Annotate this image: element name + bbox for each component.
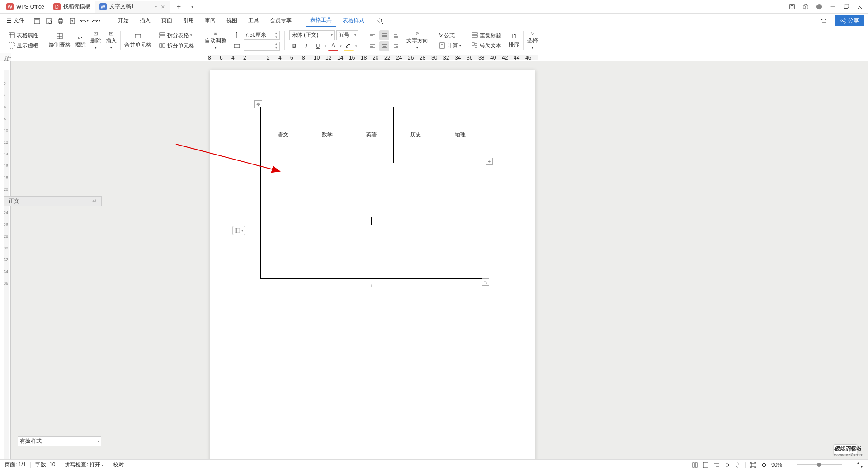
- maximize-button[interactable]: [840, 0, 853, 13]
- align-center-button[interactable]: [379, 41, 389, 51]
- merge-cells-button: 合并单元格: [123, 31, 153, 51]
- font-size-select[interactable]: 五号▾: [336, 30, 358, 40]
- col-width-input[interactable]: ▲▼: [244, 42, 280, 51]
- avatar-icon[interactable]: [813, 0, 826, 13]
- svg-rect-34: [160, 33, 165, 35]
- align-top-button[interactable]: [368, 30, 377, 40]
- menu-review[interactable]: 审阅: [200, 15, 220, 26]
- font-family-select[interactable]: 宋体 (正文)▾: [289, 30, 335, 40]
- print-preview-icon[interactable]: [44, 16, 54, 26]
- bold-button[interactable]: B: [289, 41, 299, 51]
- export-icon[interactable]: [67, 16, 77, 26]
- proofing-status[interactable]: 校对: [113, 461, 124, 469]
- horizontal-ruler[interactable]: 8642246810121416182022242628303234363840…: [11, 53, 868, 61]
- split-table-button[interactable]: 拆分表格▾: [157, 31, 196, 40]
- highlight-button[interactable]: [344, 41, 354, 51]
- print-layout-icon[interactable]: [702, 461, 709, 469]
- cube-icon[interactable]: [799, 0, 812, 13]
- tab-document[interactable]: W 文字文稿1 ● ×: [95, 1, 171, 13]
- document-table[interactable]: 语文 数学 英语 历史 地理: [260, 107, 482, 279]
- font-color-button[interactable]: A: [328, 41, 338, 51]
- zoom-slider[interactable]: [797, 464, 842, 465]
- menu-insert[interactable]: 插入: [135, 15, 155, 26]
- formula-button[interactable]: fx公式: [437, 31, 463, 40]
- style-item[interactable]: 正文↵: [4, 196, 102, 206]
- minimize-button[interactable]: [826, 0, 839, 13]
- vertical-ruler[interactable]: 24681012141618202224262830323436: [0, 61, 11, 459]
- read-mode-icon[interactable]: [735, 461, 742, 469]
- wps-icon: W: [6, 3, 14, 10]
- text-direction-button[interactable]: 文字方向▾: [405, 31, 430, 51]
- tab-templates[interactable]: D 找稻壳模板: [49, 1, 95, 13]
- table-properties-button[interactable]: 表格属性: [6, 31, 40, 40]
- web-layout-icon[interactable]: [724, 461, 731, 469]
- table-cell[interactable]: 英语: [349, 107, 394, 163]
- close-icon[interactable]: ×: [160, 4, 166, 10]
- menu-member[interactable]: 会员专享: [265, 15, 296, 26]
- table-merged-cell[interactable]: [261, 163, 482, 279]
- reading-layout-icon[interactable]: [691, 461, 698, 469]
- focus-mode-icon[interactable]: [750, 461, 757, 469]
- table-cell[interactable]: 历史: [394, 107, 438, 163]
- delete-button[interactable]: 删除▾: [89, 31, 103, 51]
- table-context-button[interactable]: ▾: [232, 226, 245, 235]
- align-left-button[interactable]: [368, 41, 377, 51]
- new-tab-button[interactable]: +: [173, 1, 184, 12]
- menu-tools[interactable]: 工具: [244, 15, 264, 26]
- autofit-button[interactable]: 自动调整▾: [203, 31, 228, 51]
- table-cell[interactable]: 数学: [305, 107, 349, 163]
- add-column-button[interactable]: +: [486, 158, 493, 165]
- zoom-value[interactable]: 90%: [771, 462, 782, 468]
- convert-to-text-button[interactable]: 转为文本: [469, 41, 503, 51]
- new-tab-menu[interactable]: ▾: [187, 1, 198, 12]
- menu-view[interactable]: 视图: [222, 15, 242, 26]
- align-middle-button[interactable]: [379, 30, 389, 40]
- night-mode-icon[interactable]: [760, 461, 768, 469]
- menu-table-style[interactable]: 表格样式: [338, 15, 369, 26]
- display-filter-select[interactable]: 有效样式▾: [18, 436, 101, 446]
- select-button[interactable]: 选择▾: [525, 31, 540, 51]
- show-gridlines-button[interactable]: 显示虚框: [6, 41, 40, 51]
- zoom-in-button[interactable]: +: [845, 461, 853, 469]
- svg-rect-33: [135, 34, 141, 38]
- share-button[interactable]: 分享: [835, 15, 864, 26]
- table-cell[interactable]: 地理: [438, 107, 482, 163]
- redo-icon[interactable]: ▾: [91, 16, 101, 26]
- zoom-out-button[interactable]: −: [786, 461, 793, 469]
- eraser-button[interactable]: 擦除: [73, 31, 88, 51]
- annotation-arrow: [174, 142, 287, 178]
- writer-icon: W: [99, 3, 107, 10]
- save-icon[interactable]: [32, 16, 42, 26]
- word-count[interactable]: 字数: 10: [35, 461, 55, 469]
- svg-line-16: [381, 22, 383, 24]
- search-icon[interactable]: [375, 16, 385, 26]
- spell-check-status[interactable]: 拼写检查: 打开 ▾: [65, 461, 104, 469]
- page-indicator[interactable]: 页面: 1/1: [5, 461, 26, 469]
- undo-icon[interactable]: ▾: [79, 16, 89, 26]
- table-resize-handle[interactable]: ⤡: [482, 278, 489, 286]
- calculate-button[interactable]: 计算▾: [437, 41, 463, 51]
- close-button[interactable]: [854, 0, 866, 13]
- compact-icon[interactable]: [786, 0, 798, 13]
- add-row-button[interactable]: +: [368, 282, 375, 289]
- cloud-icon[interactable]: [819, 16, 829, 26]
- outline-view-icon[interactable]: [713, 461, 720, 469]
- align-bottom-button[interactable]: [391, 30, 401, 40]
- file-menu[interactable]: ☰ 文件: [4, 15, 28, 26]
- row-height-input[interactable]: 7.50厘米▲▼: [244, 31, 280, 40]
- print-icon[interactable]: [56, 16, 66, 26]
- align-right-button[interactable]: [391, 41, 401, 51]
- split-cell-button[interactable]: 拆分单元格: [157, 41, 196, 51]
- underline-button[interactable]: U: [313, 41, 323, 51]
- draw-table-button[interactable]: 绘制表格: [47, 31, 72, 51]
- italic-button[interactable]: I: [301, 41, 311, 51]
- menu-page[interactable]: 页面: [157, 15, 177, 26]
- insert-cells-button[interactable]: 插入▾: [104, 31, 118, 51]
- document-canvas[interactable]: ✥ 语文 数学 英语 历史 地理 ⤡ + + ▾: [11, 61, 747, 459]
- fit-page-icon[interactable]: [856, 461, 863, 469]
- menu-reference[interactable]: 引用: [179, 15, 198, 26]
- tab-wps-home[interactable]: W WPS Office: [2, 1, 49, 13]
- menu-table-tools[interactable]: 表格工具: [306, 14, 336, 27]
- sort-button[interactable]: 排序: [507, 31, 521, 51]
- menu-start[interactable]: 开始: [113, 15, 133, 26]
